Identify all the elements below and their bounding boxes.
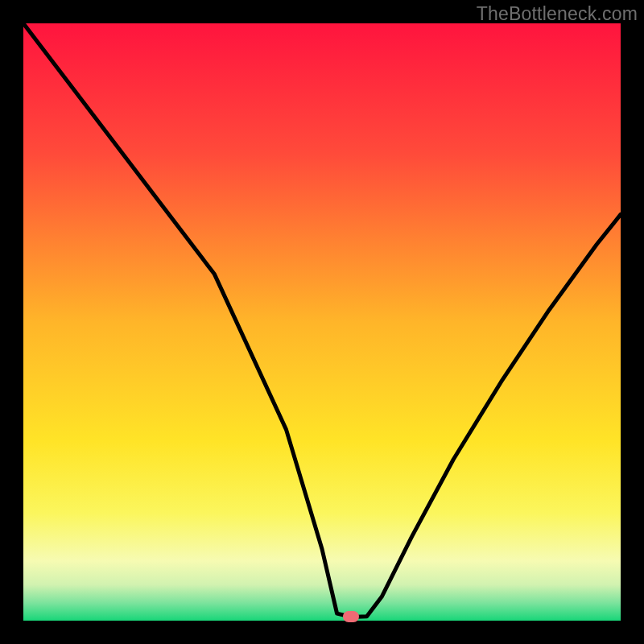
bottleneck-curve (23, 23, 621, 621)
chart-frame: TheBottleneck.com (0, 0, 644, 644)
plot-area (23, 23, 621, 621)
optimum-marker (343, 611, 359, 622)
curve-path (23, 23, 621, 617)
attribution-text: TheBottleneck.com (477, 3, 638, 25)
